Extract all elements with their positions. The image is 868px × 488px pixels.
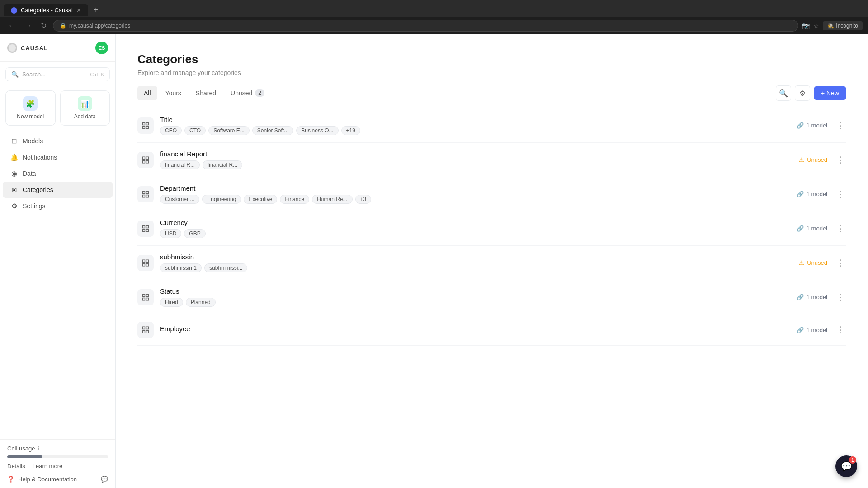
search-filter-button[interactable]: 🔍	[776, 85, 791, 101]
chat-icon: 💬	[101, 476, 108, 483]
status-label: 1 model	[807, 327, 827, 333]
more-options-button[interactable]: ⋮	[834, 324, 846, 336]
back-button[interactable]: ←	[5, 20, 18, 32]
details-link[interactable]: Details	[7, 463, 25, 469]
learn-more-link[interactable]: Learn more	[33, 463, 62, 469]
category-tag: subhmmissi...	[204, 263, 247, 272]
categories-icon: ⊠	[10, 186, 18, 194]
lock-icon: 🔒	[60, 23, 66, 29]
category-tags: HiredPlanned	[160, 298, 790, 307]
svg-rect-21	[146, 294, 149, 296]
svg-rect-27	[146, 331, 149, 333]
category-name: Employee	[160, 325, 790, 333]
search-filter-icon: 🔍	[779, 89, 788, 98]
svg-rect-13	[146, 225, 149, 228]
status-label: 1 model	[807, 122, 827, 129]
category-tag: financial R...	[160, 160, 200, 169]
category-row[interactable]: subhmissinsubhmissin 1subhmmissi...⚠Unus…	[137, 246, 846, 280]
category-tag: financial R...	[203, 160, 242, 169]
more-options-button[interactable]: ⋮	[834, 257, 846, 269]
sidebar-item-settings[interactable]: ⚙ Settings	[3, 198, 113, 214]
search-bar[interactable]: 🔍 Search... Ctrl+K	[5, 67, 110, 81]
new-tab-button[interactable]: +	[90, 4, 102, 17]
info-icon: ℹ	[38, 446, 40, 452]
svg-rect-23	[146, 298, 149, 300]
category-row[interactable]: TitleCEOCTOSoftware E...Senior Soft...Bu…	[137, 108, 846, 143]
status-label: Unused	[807, 156, 827, 163]
page-subtitle: Explore and manage your categories	[137, 69, 846, 76]
usage-bar	[7, 455, 108, 458]
new-category-button[interactable]: + New	[814, 86, 846, 100]
svg-rect-0	[142, 122, 145, 125]
sidebar-item-models[interactable]: ⊞ Models	[3, 133, 113, 149]
category-tag: Customer ...	[160, 195, 199, 204]
svg-rect-1	[146, 122, 149, 125]
more-options-button[interactable]: ⋮	[834, 119, 846, 132]
add-data-button[interactable]: 📊 Add data	[60, 90, 110, 126]
chat-bubble[interactable]: 💬 1	[835, 455, 857, 477]
more-options-button[interactable]: ⋮	[834, 222, 846, 235]
svg-rect-6	[142, 160, 145, 163]
forward-button[interactable]: →	[22, 20, 34, 32]
active-tab[interactable]: Categories - Causal ✕	[4, 4, 88, 16]
notifications-label: Notifications	[23, 154, 57, 161]
category-info: financial Reportfinancial R...financial …	[160, 150, 793, 169]
filter-tab-yours[interactable]: Yours	[159, 86, 188, 100]
data-label: Data	[23, 170, 36, 177]
category-info: DepartmentCustomer ...EngineeringExecuti…	[160, 184, 790, 204]
svg-rect-22	[142, 298, 145, 300]
svg-rect-25	[146, 327, 149, 329]
new-model-button[interactable]: 🧩 New model	[5, 90, 56, 126]
categories-label: Categories	[23, 186, 53, 193]
category-row[interactable]: Employee🔗1 model⋮	[137, 314, 846, 346]
category-row[interactable]: financial Reportfinancial R...financial …	[137, 143, 846, 177]
filter-tab-all[interactable]: All	[137, 86, 157, 100]
sidebar-item-data[interactable]: ◉ Data	[3, 165, 113, 182]
sidebar-nav: ⊞ Models 🔔 Notifications ◉ Data ⊠ Catego…	[0, 129, 115, 439]
category-icon	[137, 322, 154, 338]
tab-close-button[interactable]: ✕	[76, 7, 81, 14]
category-row[interactable]: StatusHiredPlanned🔗1 model⋮	[137, 280, 846, 314]
filter-tab-shared[interactable]: Shared	[189, 86, 222, 100]
svg-rect-9	[146, 191, 149, 193]
category-name: Title	[160, 116, 790, 123]
category-tag: Hired	[160, 298, 183, 307]
svg-rect-8	[142, 191, 145, 193]
category-icon	[137, 186, 154, 202]
more-options-button[interactable]: ⋮	[834, 291, 846, 304]
sidebar-item-categories[interactable]: ⊠ Categories	[3, 182, 113, 198]
address-text: my.causal.app/categories	[69, 23, 130, 29]
search-icon: 🔍	[11, 71, 19, 78]
category-row[interactable]: DepartmentCustomer ...EngineeringExecuti…	[137, 177, 846, 211]
bookmark-icon: ☆	[813, 22, 819, 29]
category-tag: CEO	[160, 126, 182, 135]
more-options-button[interactable]: ⋮	[834, 154, 846, 166]
category-info: subhmissinsubhmissin 1subhmmissi...	[160, 253, 793, 272]
logo-text: CAUSAL	[21, 45, 48, 52]
filter-actions: 🔍 ⚙ + New	[776, 85, 846, 101]
sidebar: CAUSAL ES 🔍 Search... Ctrl+K 🧩 New model…	[0, 34, 116, 488]
category-tag: CTO	[184, 126, 206, 135]
sidebar-item-notifications[interactable]: 🔔 Notifications	[3, 149, 113, 165]
category-tag: GBP	[184, 229, 205, 238]
browser-chrome: Categories - Causal ✕ + ← → ↻ 🔒 my.causa…	[0, 0, 868, 34]
app-container: CAUSAL ES 🔍 Search... Ctrl+K 🧩 New model…	[0, 34, 868, 488]
more-options-button[interactable]: ⋮	[834, 188, 846, 201]
model-icon: 🔗	[797, 122, 804, 129]
help-label: Help & Documentation	[18, 476, 77, 483]
status-label: 1 model	[807, 191, 827, 197]
user-avatar[interactable]: ES	[95, 42, 108, 54]
filter-tab-unused[interactable]: Unused 2	[224, 86, 271, 100]
category-info: TitleCEOCTOSoftware E...Senior Soft...Bu…	[160, 116, 790, 135]
category-row[interactable]: CurrencyUSDGBP🔗1 model⋮	[137, 211, 846, 246]
warning-icon: ⚠	[799, 156, 804, 163]
settings-label: Settings	[23, 202, 46, 210]
svg-rect-20	[142, 294, 145, 296]
help-row[interactable]: ❓ Help & Documentation 💬	[7, 476, 108, 483]
category-name: financial Report	[160, 150, 793, 158]
sort-button[interactable]: ⚙	[795, 85, 810, 101]
category-tag: Planned	[186, 298, 216, 307]
category-tags: CEOCTOSoftware E...Senior Soft...Busines…	[160, 126, 790, 135]
reload-button[interactable]: ↻	[38, 19, 49, 32]
address-bar[interactable]: 🔒 my.causal.app/categories	[53, 20, 798, 32]
